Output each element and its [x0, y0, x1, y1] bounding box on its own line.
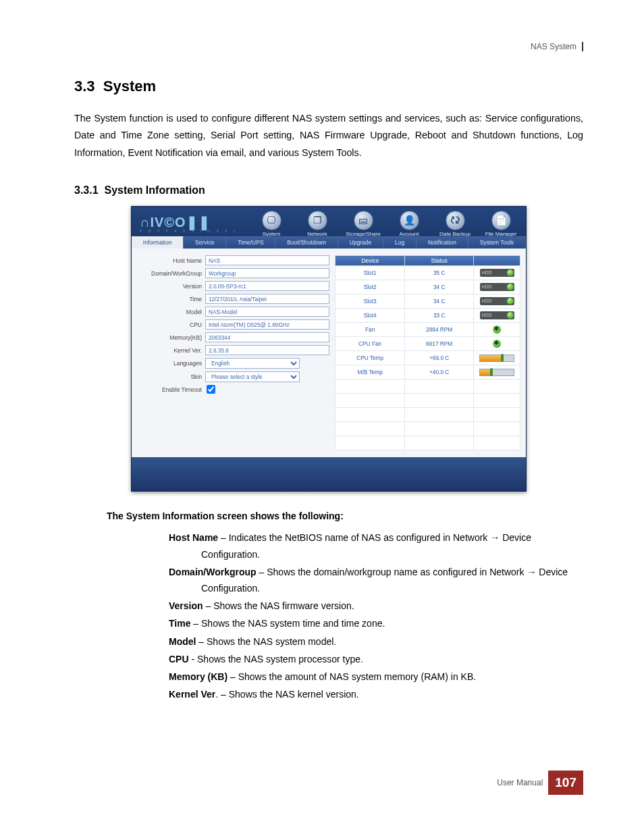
status-indicator-cell: HDD	[474, 280, 520, 294]
network-icon: ❐	[308, 211, 327, 230]
description-term: Host Name	[169, 532, 218, 543]
skin-select[interactable]: Please select a style	[205, 371, 300, 382]
temp-bar	[479, 369, 514, 376]
status-row: Slot334 CHDD	[336, 294, 520, 309]
description-text: Shows the NAS firmware version.	[213, 600, 354, 611]
status-row: Slot234 CHDD	[336, 280, 520, 294]
status-th-icon	[474, 256, 520, 266]
model-value: NAS-Model	[205, 307, 329, 317]
status-row-empty	[336, 380, 520, 394]
status-table: Device Status Slot135 CHDDSlot234 CHDDSl…	[335, 255, 520, 450]
nav-backup[interactable]: 🗘Data Backup	[433, 211, 477, 237]
section-title-text: System	[103, 78, 156, 95]
description-term: CPU	[169, 654, 189, 664]
languages-select[interactable]: English	[205, 358, 300, 369]
description-text: Shows the amount of NAS system memory (R…	[238, 671, 476, 682]
status-row: Slot433 CHDD	[336, 309, 520, 323]
logo-text: ∩IV©O❚❚	[140, 215, 211, 230]
description-list: Host Name – Indicates the NetBIOS name o…	[128, 529, 583, 702]
nav-account[interactable]: 👤Account	[387, 211, 431, 237]
status-row: M/B Temp+40.0 C	[336, 365, 520, 380]
tab-timeups[interactable]: Time/UPS	[226, 236, 275, 249]
skin-label: Skin	[137, 373, 205, 380]
timeout-checkbox[interactable]	[207, 385, 215, 394]
status-device: CPU Temp	[336, 351, 405, 365]
nav-icon-row: 🖵System❐Network🖴Storage/Share👤Account🗘Da…	[250, 211, 522, 237]
status-value: 6617 RPM	[405, 337, 474, 351]
description-text: Shows the NAS kernel version.	[229, 689, 359, 700]
status-value: +40.0 C	[405, 365, 474, 380]
page-footer: User Manual 107	[497, 771, 583, 795]
status-value: 34 C	[405, 294, 474, 309]
time-label: Time	[137, 296, 205, 303]
subsection-heading: 3.3.1 System Information	[74, 184, 583, 197]
hdd-status-pill: HDD	[480, 297, 514, 305]
backup-icon: 🗘	[446, 211, 465, 230]
hostname-value[interactable]: NAS	[205, 255, 329, 265]
nav-filemgr[interactable]: 📄File Manager	[479, 211, 522, 237]
status-indicator-cell: HDD	[474, 266, 520, 280]
tab-service[interactable]: Service	[184, 236, 226, 249]
status-device: Slot1	[336, 266, 405, 280]
tab-upgrade[interactable]: Upgrade	[338, 236, 383, 249]
status-device: Slot3	[336, 294, 405, 309]
nav-system[interactable]: 🖵System	[250, 211, 293, 237]
nas-ui-screenshot: ∩IV©O❚❚ P R O F E S S I O N A L 🖵System❐…	[131, 206, 527, 492]
status-device: CPU Fan	[336, 337, 405, 351]
tab-log[interactable]: Log	[383, 236, 417, 249]
status-device: M/B Temp	[336, 365, 405, 380]
domain-value[interactable]: Workgroup	[205, 268, 329, 278]
hostname-label: Host Name	[137, 257, 205, 264]
tab-systemtools[interactable]: System Tools	[468, 236, 526, 249]
description-item: Domain/Workgroup – Shows the domain/work…	[128, 564, 583, 596]
status-ok-icon	[507, 284, 514, 290]
description-text: Indicates the NetBIOS name of NAS as con…	[201, 532, 531, 559]
fan-status-icon	[493, 325, 501, 334]
account-icon: 👤	[400, 211, 419, 230]
nav-network[interactable]: ❐Network	[296, 211, 339, 237]
hdd-status-pill: HDD	[480, 283, 514, 291]
footer-label: User Manual	[497, 778, 543, 787]
status-th-status: Status	[405, 256, 474, 266]
version-value: 2.0.05-SP3-rc1	[205, 281, 329, 291]
memory-label: Memory(KB)	[137, 334, 205, 341]
status-value: +69.0 C	[405, 351, 474, 365]
intro-paragraph: The System function is used to configure…	[74, 110, 583, 161]
description-text: Shows the NAS system time and time zone.	[201, 618, 385, 629]
cpu-value: Intel Atom(TM) D525@ 1.80GHz	[205, 319, 329, 330]
description-item: Time – Shows the NAS system time and tim…	[128, 615, 583, 631]
domain-label: Domain/WorkGroup	[137, 270, 205, 277]
description-item: Memory (KB) – Shows the amount of NAS sy…	[128, 669, 583, 685]
status-indicator-cell: HDD	[474, 294, 520, 309]
subsection-title-text: System Information	[104, 184, 205, 196]
memory-value: 2063344	[205, 332, 329, 342]
tab-bootshutdown[interactable]: Boot/Shutdown	[275, 236, 338, 249]
status-device: Slot2	[336, 280, 405, 294]
status-indicator-cell	[474, 365, 520, 380]
nav-storage[interactable]: 🖴Storage/Share	[342, 211, 385, 237]
time-value: 12/27/2010, Asia/Taipei	[205, 294, 329, 304]
description-item: Kernel Ver. – Shows the NAS kernel versi…	[128, 686, 583, 702]
tab-information[interactable]: Information	[132, 236, 184, 249]
status-row-empty	[336, 394, 520, 408]
filemgr-icon: 📄	[491, 211, 511, 230]
description-item: Model – Shows the NAS system model.	[128, 633, 583, 650]
status-row: CPU Fan6617 RPM	[336, 337, 520, 351]
temp-bar	[479, 355, 514, 362]
status-row-empty	[336, 408, 520, 422]
status-ok-icon	[507, 269, 514, 276]
info-form: Host NameNAS Domain/WorkGroupWorkgroup V…	[137, 255, 329, 450]
status-row-empty	[336, 422, 520, 436]
description-term: Kernel Ver	[169, 689, 215, 700]
description-term: Version	[169, 600, 203, 611]
description-item: CPU - Shows the NAS system processor typ…	[128, 651, 583, 667]
description-term: Model	[169, 636, 196, 647]
tab-notification[interactable]: Notification	[417, 236, 468, 249]
timeout-label: Enable Timeout	[137, 386, 205, 393]
description-text: Shows the domain/workgroup name as confi…	[201, 567, 568, 594]
status-value: 33 C	[405, 309, 474, 323]
system-icon: 🖵	[262, 211, 281, 230]
description-text: Shows the NAS system processor type.	[197, 654, 363, 664]
status-indicator-cell	[474, 323, 520, 337]
fan-status-icon	[493, 340, 501, 348]
